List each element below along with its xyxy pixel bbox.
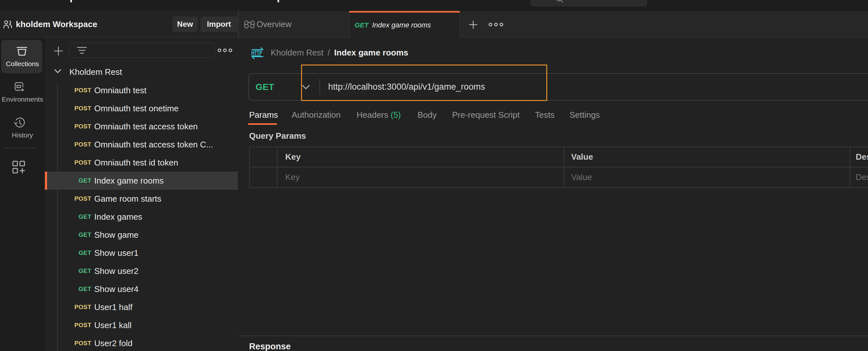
svg-text:HTTP: HTTP (251, 50, 262, 57)
